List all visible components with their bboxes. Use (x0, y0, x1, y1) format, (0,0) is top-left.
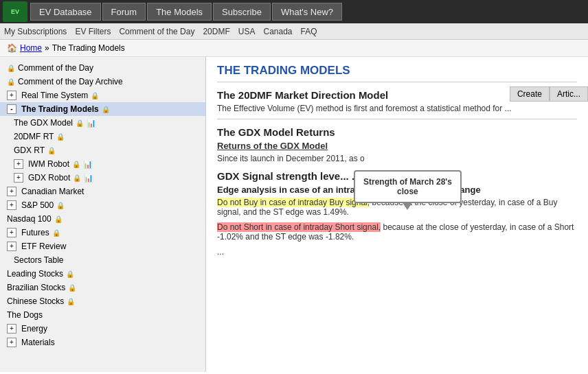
section2-body: Since its launch in December 2011, as o … (217, 154, 577, 163)
forum-button[interactable]: Forum (102, 3, 146, 21)
sidebar-item-real-time[interactable]: + Real Time System 🔒 (0, 89, 205, 102)
lock-icon: 🔒 (54, 215, 63, 223)
20dmf-link[interactable]: 20DMF (203, 27, 229, 36)
expand-icon[interactable]: + (14, 159, 23, 169)
breadcrumb: 🏠 Home » The Trading Models (0, 40, 588, 57)
section1-body: The Effective Volume (EV) method is firs… (217, 104, 577, 113)
expand-icon[interactable]: + (7, 187, 16, 196)
ev-filters-link[interactable]: EV Filters (75, 27, 111, 36)
sidebar-label: The Trading Models (21, 104, 99, 114)
main-layout: 🔒 Comment of the Day 🔒 Comment of the Da… (0, 57, 588, 372)
sub-navigation: My Subscriptions EV Filters Comment of t… (0, 23, 588, 40)
sidebar-label: Leading Stocks (7, 269, 63, 279)
callout-line1: Strength of March 28's (363, 177, 452, 187)
sidebar-item-materials[interactable]: + Materials (0, 336, 205, 349)
sidebar-label: Energy (21, 324, 47, 334)
sidebar-item-sectors-table[interactable]: Sectors Table (0, 253, 205, 267)
usa-link[interactable]: USA (238, 27, 256, 36)
expand-icon[interactable]: + (7, 338, 16, 347)
home-link[interactable]: Home (20, 43, 42, 53)
models-button[interactable]: The Models (147, 3, 212, 21)
sidebar-label: Real Time System (21, 91, 88, 100)
lock-icon: 🔒 (56, 202, 65, 209)
sidebar-label: Comment of the Day Archive (18, 77, 123, 86)
sidebar-item-etf-review[interactable]: + ETF Review (0, 239, 205, 253)
sidebar-item-comment-archive[interactable]: 🔒 Comment of the Day Archive (0, 75, 205, 89)
buy-signal-highlight: Do not Buy in case of intraday Buy signa… (217, 198, 370, 207)
sidebar: 🔒 Comment of the Day 🔒 Comment of the Da… (0, 57, 206, 372)
lock-icon: 🔒 (7, 65, 15, 72)
chart-icon: 📊 (83, 160, 93, 169)
sidebar-item-gdx-model[interactable]: The GDX Model 🔒 📊 (0, 116, 205, 130)
callout-line2: close (363, 187, 452, 196)
sidebar-label: Comment of the Day (18, 63, 93, 73)
expand-icon[interactable]: + (7, 91, 16, 100)
sidebar-item-leading-stocks[interactable]: Leading Stocks 🔒 (0, 267, 205, 281)
canada-link[interactable]: Canada (263, 27, 292, 36)
lock-icon: 🔒 (56, 133, 65, 141)
collapse-icon[interactable]: - (7, 104, 16, 114)
sidebar-item-comment-of-day[interactable]: 🔒 Comment of the Day (0, 61, 205, 75)
lock-icon: 🔒 (66, 270, 74, 278)
sidebar-item-futures[interactable]: + Futures 🔒 (0, 226, 205, 239)
sidebar-label: Chinese Stocks (7, 296, 64, 306)
sidebar-item-iwm-robot[interactable]: + IWM Robot 🔒 📊 (0, 157, 205, 171)
callout-arrow (402, 202, 413, 210)
sidebar-item-gdx-rt[interactable]: GDX RT 🔒 (0, 143, 205, 157)
expand-icon[interactable]: + (7, 200, 16, 210)
lock-icon: 🔒 (68, 284, 76, 292)
sidebar-item-the-dogs[interactable]: The Dogs (0, 308, 205, 322)
lock-icon: 🔒 (67, 298, 75, 305)
lock-icon: 🔒 (47, 147, 56, 154)
callout-tooltip: Strength of March 28's close (354, 170, 462, 203)
breadcrumb-separator: » (45, 43, 49, 53)
sidebar-item-canadian-market[interactable]: + Canadian Market (0, 185, 205, 198)
ev-logo: EV (3, 1, 27, 22)
section2-title: The GDX Model Returns (217, 126, 577, 138)
sidebar-item-20dmf-rt[interactable]: 20DMF RT 🔒 (0, 130, 205, 143)
sidebar-label: 20DMF RT (14, 132, 54, 141)
my-subscriptions-link[interactable]: My Subscriptions (4, 27, 67, 36)
expand-icon[interactable]: + (7, 242, 16, 251)
sidebar-label: GDX RT (14, 145, 45, 155)
sidebar-item-trading-models[interactable]: - The Trading Models 🔒 (0, 102, 205, 116)
lock-icon: 🔒 (91, 92, 99, 100)
section1-title: The 20DMF Market Direction Model (217, 89, 577, 101)
expand-icon[interactable]: + (14, 173, 23, 183)
subscribe-button[interactable]: Subscribe (213, 3, 271, 21)
expand-icon[interactable]: + (7, 324, 16, 334)
page-title: THE TRADING MODELS (217, 64, 577, 82)
sidebar-label: The GDX Model (14, 118, 73, 128)
sidebar-item-brazilian-stocks[interactable]: Brazilian Stocks 🔒 (0, 281, 205, 294)
sidebar-item-chinese-stocks[interactable]: Chinese Stocks 🔒 (0, 294, 205, 308)
sidebar-label: ETF Review (21, 242, 66, 251)
dots-text: ... (217, 247, 577, 257)
lock-icon: 🔒 (72, 161, 80, 168)
sidebar-label: Materials (21, 338, 55, 347)
top-navigation: EV EV Database Forum The Models Subscrib… (0, 0, 588, 23)
expand-icon[interactable]: + (7, 228, 16, 237)
divider1 (217, 119, 577, 119)
short-signal-text: Do not Short in case of intraday Short s… (217, 222, 577, 242)
sidebar-label: The Dogs (7, 310, 43, 320)
whats-new-button[interactable]: What's New? (272, 3, 342, 21)
sidebar-item-energy[interactable]: + Energy (0, 322, 205, 336)
comment-of-day-link[interactable]: Comment of the Day (119, 27, 194, 36)
lock-icon: 🔒 (76, 119, 84, 127)
sidebar-label: Canadian Market (21, 187, 84, 196)
sidebar-label: Futures (21, 228, 49, 237)
lock-icon: 🔒 (102, 106, 110, 113)
faq-link[interactable]: FAQ (301, 27, 317, 36)
lock-icon: 🔒 (73, 174, 81, 182)
sidebar-item-sp500[interactable]: + S&P 500 🔒 (0, 198, 205, 212)
sidebar-label: Sectors Table (14, 255, 64, 265)
sidebar-label: GDX Robot (28, 173, 70, 183)
ev-database-button[interactable]: EV Database (30, 3, 101, 21)
sidebar-label: S&P 500 (21, 200, 54, 210)
sidebar-item-nasdaq100[interactable]: Nasdaq 100 🔒 (0, 212, 205, 226)
breadcrumb-current: The Trading Models (52, 43, 125, 53)
chart-icon: 📊 (87, 119, 96, 128)
sidebar-item-gdx-robot[interactable]: + GDX Robot 🔒 📊 (0, 171, 205, 185)
sidebar-label: Brazilian Stocks (7, 283, 65, 292)
sidebar-label: IWM Robot (28, 159, 69, 169)
